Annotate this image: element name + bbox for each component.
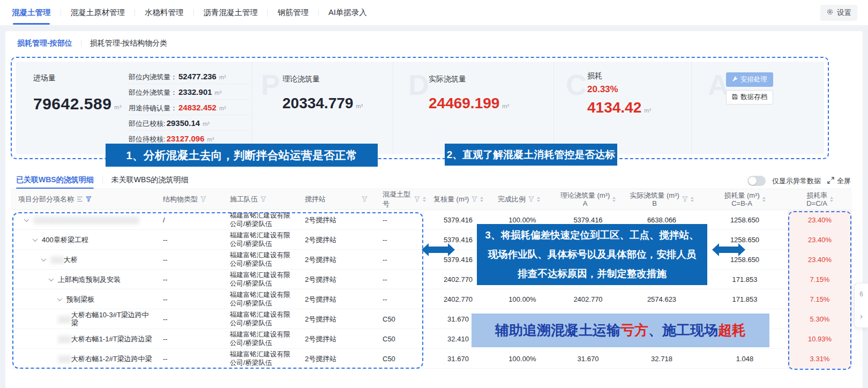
intake-value: 79642.589m³ (33, 95, 122, 113)
col-header-loss-rate[interactable]: 损耗率D=C/A (788, 191, 852, 207)
project-name: 预制梁板 (66, 295, 94, 303)
tab-asphalt-concrete[interactable]: 沥青混凝土管理 (203, 8, 259, 18)
review-cell: 2402.770 (426, 295, 490, 303)
fullscreen-icon (827, 177, 834, 185)
table-row[interactable]: ▒▒▒大桥右幅1-2#T梁边跨中梁 -- 福建富铭汇建设有限公司/桥梁队伍 2号… (11, 349, 852, 369)
filter-icon[interactable] (472, 196, 477, 204)
loss-cell: 171.853 (702, 275, 788, 283)
arrange-handle-button[interactable]: 安排处理 (726, 72, 773, 87)
tab-concrete-raw-material[interactable]: 混凝土原材管理 (70, 8, 126, 18)
tab-water-stable-material[interactable]: 水稳料管理 (144, 8, 185, 18)
col-label: 复核量 (m³) (433, 195, 469, 204)
structure-type-cell: -- (155, 295, 222, 303)
col-sublabel: A (583, 199, 588, 207)
structure-type-cell: -- (155, 355, 222, 363)
settings-button[interactable]: 设置 (820, 5, 857, 21)
project-name-cell[interactable]: 400章桥梁工程 (11, 236, 155, 244)
col-header-project-name[interactable]: 项目分部分项名称 (11, 195, 155, 204)
pct-cell: 100.00% (490, 355, 555, 363)
chevron-down-icon[interactable] (33, 236, 38, 242)
filter-icon[interactable] (362, 196, 368, 204)
col-header-theoretical-quantity[interactable]: 理论浇筑量 (m³)A (555, 191, 622, 207)
intake-label: 进场量 (33, 73, 56, 83)
theoretical-label: 理论浇筑量 (282, 74, 320, 84)
col-label: 完成比例 (498, 195, 526, 204)
grade-cell: -- (375, 216, 426, 224)
tab-concrete-management[interactable]: 混凝土管理 (11, 8, 52, 18)
team-cell: 福建富铭汇建设有限公司/桥梁队伍 (222, 310, 297, 327)
chevron-down-icon[interactable] (49, 276, 54, 281)
sort-icon[interactable] (537, 197, 540, 202)
nav-separator (318, 9, 319, 17)
table-row[interactable]: 预制梁板 -- 福建富铭汇建设有限公司/桥梁队伍 2号搅拌站 -- 2402.7… (11, 289, 852, 309)
team-cell: 福建富铭汇建设有限公司/桥梁队伍 (222, 271, 297, 288)
sort-icon[interactable] (762, 197, 766, 202)
subtab-separator (81, 40, 81, 47)
project-name: 大桥右幅1-1#T梁边跨边梁 (71, 335, 152, 343)
subtab-loss-by-structure[interactable]: 损耗管理-按结构物分类 (90, 39, 168, 48)
abnormal-only-toggle[interactable] (747, 176, 766, 186)
grade-cell: -- (375, 256, 426, 264)
stat-intake-section: 进场量 79642.589m³ 部位内浇筑量：52477.236m³ 部位外浇筑… (16, 62, 252, 154)
project-name-cell[interactable]: ▒▒▒大桥右幅1-2#T梁边跨中梁 (11, 355, 155, 363)
loss-cell: 171.853 (702, 295, 788, 303)
project-name: 上部构造预制及安装 (58, 275, 121, 283)
substat-row: 用途待确认量：24832.452m³ (129, 100, 249, 115)
table-row[interactable]: 上部构造预制及安装 -- 福建富铭汇建设有限公司/桥梁队伍 2号搅拌站 -- 2… (11, 270, 852, 289)
scroll-flyout[interactable]: 6 › (854, 283, 868, 328)
sort-icon[interactable] (612, 197, 616, 202)
substat-row: 部位外浇筑量：2332.901m³ (129, 84, 249, 100)
data-archive-button[interactable]: 数据存档 (726, 90, 773, 105)
loss-rate-cell: 23.40% (788, 210, 852, 229)
substat-value: 2332.901 (178, 87, 212, 96)
col-header-mixing-station[interactable]: 搅拌站 (297, 195, 375, 204)
tree-list-icon[interactable] (77, 196, 83, 204)
filter-icon[interactable] (414, 196, 420, 204)
pct-cell: 100.00% (490, 216, 555, 224)
filter-icon[interactable] (260, 196, 266, 204)
sort-icon[interactable] (691, 197, 694, 202)
col-header-loss-quantity[interactable]: 损耗量 (m³)C=B-A (702, 191, 788, 207)
settings-label: 设置 (837, 8, 851, 18)
subtab-loss-by-part[interactable]: 损耗管理-按部位 (17, 39, 72, 48)
structure-type-cell: / (155, 216, 222, 224)
tab-ai-document-entry[interactable]: AI单据录入 (327, 8, 368, 18)
annotation-line: 3、将损耗偏差快速定位到工区、工点、搅拌站、 (485, 226, 699, 245)
project-name-cell[interactable]: 上部构造预制及安装 (11, 275, 155, 283)
tab-rebar-management[interactable]: 钢筋管理 (276, 8, 310, 18)
col-header-review-quantity[interactable]: 复核量 (m³) (426, 195, 490, 204)
col-header-concrete-grade[interactable]: 混凝土型号 (375, 190, 426, 209)
arrange-label: 安排处理 (740, 75, 767, 84)
col-header-construction-team[interactable]: 施工队伍 (222, 195, 297, 204)
chevron-down-icon[interactable] (57, 296, 63, 301)
tab-wbs-linked-details[interactable]: 已关联WBS的浇筑明细 (16, 175, 94, 185)
project-name-cell[interactable]: ▒▒▒大桥右幅10-3#T梁边跨中梁 (11, 311, 155, 327)
chevron-down-icon[interactable] (24, 217, 29, 222)
col-header-actual-quantity[interactable]: 实际浇筑量 (m³)B (622, 191, 702, 207)
tab-wbs-unlinked-details[interactable]: 未关联WBS的浇筑明细 (111, 175, 189, 185)
chevron-down-icon[interactable] (41, 256, 47, 262)
grade-cell: -- (375, 236, 426, 244)
project-name-cell[interactable]: ▒▒▒大桥右幅1-1#T梁边跨边梁 (11, 335, 155, 343)
double-arrow-icon-left (421, 242, 455, 260)
team-cell: 福建富铭汇建设有限公司/桥梁队伍 (222, 231, 297, 248)
filter-icon[interactable] (528, 196, 534, 204)
col-header-completion-ratio[interactable]: 完成比例 (490, 195, 555, 204)
filter-icon[interactable] (86, 196, 92, 204)
table-row[interactable]: ▒▒▒▒▒▒▒▒▒▒▒▒▒▒▒▒▒▒▒▒▒▒▒▒ / 福建富铭汇建设有限公司/桥… (11, 210, 852, 230)
fullscreen-button[interactable]: 全屏 (827, 176, 851, 186)
grade-cell: -- (375, 275, 426, 283)
substat-value: 29350.14 (167, 118, 200, 128)
sort-icon[interactable] (480, 197, 483, 202)
substat-label: 部位已校核: (129, 119, 166, 129)
sort-icon[interactable] (830, 197, 833, 202)
filter-icon[interactable] (200, 196, 206, 204)
project-name-cell[interactable]: 预制梁板 (11, 295, 155, 303)
chevron-right-icon[interactable]: › (860, 311, 863, 320)
filter-icon[interactable] (682, 196, 688, 204)
col-label: 理论浇筑量 (m³) (560, 191, 610, 199)
gear-icon (826, 8, 834, 17)
project-name-cell[interactable]: ▒▒▒大桥 (11, 256, 155, 264)
col-header-structure-type[interactable]: 结构物类型 (155, 195, 222, 204)
project-name-cell[interactable]: ▒▒▒▒▒▒▒▒▒▒▒▒▒▒▒▒▒▒▒▒▒▒▒▒ (11, 216, 155, 224)
